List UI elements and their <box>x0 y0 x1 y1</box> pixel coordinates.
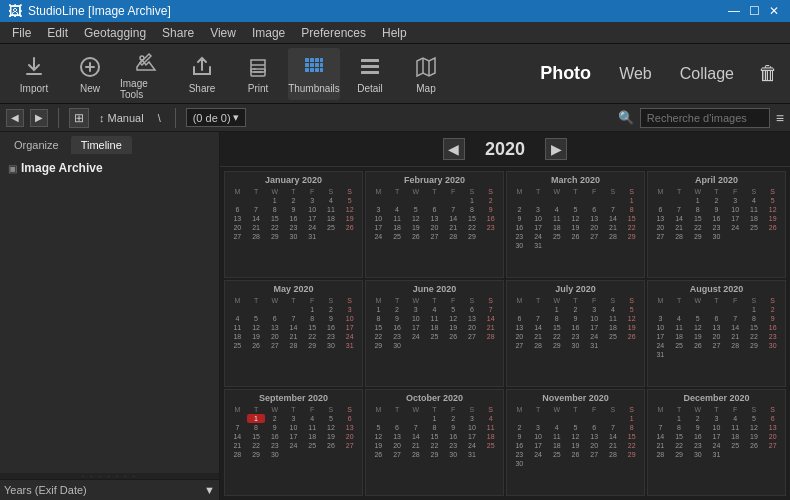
day-cell[interactable]: 14 <box>726 323 745 332</box>
day-cell[interactable]: 28 <box>481 332 500 341</box>
day-cell[interactable]: 14 <box>604 214 623 223</box>
day-cell[interactable]: 6 <box>425 205 444 214</box>
day-cell[interactable]: 19 <box>444 323 463 332</box>
day-cell[interactable]: 12 <box>566 214 585 223</box>
day-cell[interactable]: 30 <box>510 241 529 250</box>
day-cell[interactable]: 9 <box>265 423 284 432</box>
day-cell[interactable]: 17 <box>529 441 548 450</box>
day-cell[interactable]: 29 <box>265 232 284 241</box>
day-cell[interactable]: 25 <box>322 223 341 232</box>
menu-image[interactable]: Image <box>244 24 293 42</box>
day-cell[interactable]: 29 <box>303 341 322 350</box>
day-cell[interactable]: 22 <box>303 332 322 341</box>
forward-button[interactable]: ▶ <box>30 109 48 127</box>
day-cell[interactable]: 13 <box>763 423 782 432</box>
day-cell[interactable]: 9 <box>566 314 585 323</box>
day-cell[interactable]: 5 <box>406 205 425 214</box>
day-cell[interactable]: 18 <box>604 323 623 332</box>
day-cell[interactable]: 3 <box>726 196 745 205</box>
day-cell[interactable]: 20 <box>707 332 726 341</box>
day-cell[interactable]: 8 <box>303 314 322 323</box>
day-cell[interactable]: 7 <box>481 305 500 314</box>
day-cell[interactable]: 9 <box>388 314 407 323</box>
day-cell[interactable]: 24 <box>284 441 303 450</box>
menu-edit[interactable]: Edit <box>39 24 76 42</box>
day-cell[interactable]: 29 <box>670 450 689 459</box>
day-cell[interactable]: 29 <box>247 450 266 459</box>
day-cell[interactable]: 4 <box>604 305 623 314</box>
day-cell[interactable]: 24 <box>369 232 388 241</box>
day-cell[interactable]: 14 <box>529 323 548 332</box>
thumbnails-button[interactable]: Thumbnails <box>288 48 340 100</box>
day-cell[interactable]: 11 <box>481 423 500 432</box>
day-cell[interactable]: 23 <box>284 223 303 232</box>
day-cell[interactable]: 31 <box>585 341 604 350</box>
search-input[interactable] <box>640 108 770 128</box>
day-cell[interactable]: 20 <box>585 441 604 450</box>
day-cell[interactable]: 25 <box>388 232 407 241</box>
day-cell[interactable]: 14 <box>604 432 623 441</box>
day-cell[interactable]: 27 <box>651 232 670 241</box>
day-cell[interactable]: 2 <box>688 414 707 423</box>
day-cell[interactable]: 29 <box>463 232 482 241</box>
day-cell[interactable]: 27 <box>228 232 247 241</box>
day-cell[interactable]: 22 <box>745 332 764 341</box>
day-cell[interactable]: 10 <box>726 205 745 214</box>
day-cell[interactable]: 12 <box>247 323 266 332</box>
day-cell[interactable]: 27 <box>585 232 604 241</box>
day-cell[interactable]: 9 <box>707 205 726 214</box>
day-cell[interactable]: 16 <box>510 223 529 232</box>
day-cell[interactable]: 12 <box>622 314 641 323</box>
day-cell[interactable]: 14 <box>247 214 266 223</box>
day-cell[interactable]: 13 <box>228 214 247 223</box>
day-cell[interactable]: 3 <box>651 314 670 323</box>
day-cell[interactable]: 23 <box>444 441 463 450</box>
day-cell[interactable]: 30 <box>510 459 529 468</box>
day-cell[interactable]: 22 <box>547 332 566 341</box>
day-cell[interactable]: 6 <box>585 423 604 432</box>
day-cell[interactable]: 5 <box>444 305 463 314</box>
day-cell[interactable]: 1 <box>688 196 707 205</box>
day-cell[interactable]: 28 <box>651 450 670 459</box>
day-cell[interactable]: 2 <box>510 205 529 214</box>
day-cell[interactable]: 26 <box>340 223 359 232</box>
day-cell[interactable]: 12 <box>566 432 585 441</box>
image-tools-button[interactable]: Image Tools <box>120 48 172 100</box>
day-cell[interactable]: 8 <box>463 205 482 214</box>
day-cell[interactable]: 9 <box>510 432 529 441</box>
day-cell[interactable]: 7 <box>444 205 463 214</box>
day-cell[interactable]: 21 <box>604 441 623 450</box>
day-cell[interactable]: 7 <box>604 205 623 214</box>
day-cell[interactable]: 13 <box>585 432 604 441</box>
day-cell[interactable]: 21 <box>670 223 689 232</box>
image-archive-item[interactable]: ▣ Image Archive <box>4 158 215 178</box>
day-cell[interactable]: 25 <box>547 450 566 459</box>
day-cell[interactable]: 18 <box>547 223 566 232</box>
day-cell[interactable]: 27 <box>265 341 284 350</box>
day-cell[interactable]: 17 <box>529 223 548 232</box>
day-cell[interactable]: 24 <box>585 332 604 341</box>
day-cell[interactable]: 18 <box>726 432 745 441</box>
day-cell[interactable]: 22 <box>425 441 444 450</box>
day-cell[interactable]: 1 <box>622 196 641 205</box>
day-cell[interactable]: 18 <box>670 332 689 341</box>
web-view-button[interactable]: Web <box>611 61 660 87</box>
day-cell[interactable]: 30 <box>322 341 341 350</box>
day-cell[interactable]: 15 <box>670 432 689 441</box>
day-cell[interactable]: 31 <box>707 450 726 459</box>
day-cell[interactable]: 6 <box>228 205 247 214</box>
day-cell[interactable]: 20 <box>651 223 670 232</box>
new-button[interactable]: New <box>64 48 116 100</box>
day-cell[interactable]: 16 <box>265 432 284 441</box>
day-cell[interactable]: 11 <box>388 214 407 223</box>
day-cell[interactable]: 23 <box>388 332 407 341</box>
day-cell[interactable]: 16 <box>322 323 341 332</box>
day-cell[interactable]: 4 <box>726 414 745 423</box>
day-cell[interactable]: 17 <box>284 432 303 441</box>
day-cell[interactable]: 29 <box>547 341 566 350</box>
day-cell[interactable]: 11 <box>604 314 623 323</box>
day-cell[interactable]: 6 <box>651 205 670 214</box>
day-cell[interactable]: 10 <box>529 432 548 441</box>
day-cell[interactable]: 11 <box>745 205 764 214</box>
day-cell[interactable]: 16 <box>510 441 529 450</box>
